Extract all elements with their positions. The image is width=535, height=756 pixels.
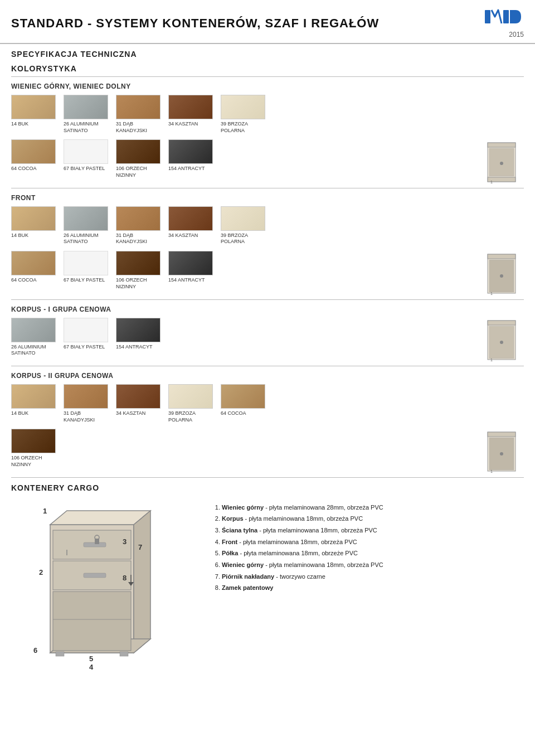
cargo-title: KONTENERY CARGO bbox=[11, 483, 524, 492]
swatch-color bbox=[116, 139, 160, 164]
cargo-spec-7: Piórnik nakładany - tworzywo czarne bbox=[222, 571, 524, 582]
swatch-label: 39 BRZOZAPOLARNA bbox=[168, 410, 196, 423]
logo-mdd: mdd bbox=[485, 8, 524, 30]
swatch-label: 34 KASZTAN bbox=[168, 121, 198, 128]
svg-text:1: 1 bbox=[490, 358, 493, 362]
front-swatches: 14 BUK 26 ALUMINIUMSATINATO 31 DĄBKANADY… bbox=[11, 206, 265, 296]
swatch-color bbox=[11, 139, 56, 164]
svg-marker-25 bbox=[50, 511, 150, 525]
swatch-label: 64 COCOA bbox=[11, 166, 37, 172]
svg-text:8: 8 bbox=[123, 574, 127, 582]
front-section: 14 BUK 26 ALUMINIUMSATINATO 31 DĄBKANADY… bbox=[11, 206, 524, 296]
swatch-label: 34 KASZTAN bbox=[116, 410, 145, 417]
swatch-color bbox=[221, 206, 265, 231]
swatch-label: 106 ORZECHNIZINNY bbox=[116, 166, 147, 178]
cargo-spec-3: Ściana tylna - płyta melaminowana 18mm, … bbox=[222, 525, 524, 536]
swatch-color bbox=[168, 139, 213, 164]
swatch-label: 67 BIAŁY PASTEL bbox=[64, 344, 105, 351]
cargo-illustration: 1 2 3 7 8 4 5 6 bbox=[11, 497, 189, 675]
swatch-14buk-w1: 14 BUK bbox=[11, 95, 56, 128]
svg-rect-15 bbox=[488, 321, 515, 325]
swatch-color bbox=[11, 95, 56, 119]
swatch-34k-f: 34 KASZTAN bbox=[168, 206, 213, 239]
svg-text:3: 3 bbox=[123, 537, 127, 546]
svg-rect-10 bbox=[488, 254, 515, 259]
swatch-31dab-k2: 31 DĄBKANADYJSKI bbox=[64, 384, 108, 423]
cargo-specs: Wieniec górny - płyta melaminowana 28mm,… bbox=[212, 497, 524, 595]
cabinet-korpus2: 1 bbox=[485, 429, 518, 474]
spec-title: SPECYFIKACJA TECHNICZNA bbox=[11, 50, 524, 59]
swatch-color bbox=[64, 95, 108, 119]
swatch-14buk-f: 14 BUK bbox=[11, 206, 56, 239]
swatch-label: 64 COCOA bbox=[11, 277, 37, 284]
cabinet-korpus1: 1 bbox=[485, 318, 518, 362]
swatch-34k-w1: 34 KASZTAN bbox=[168, 95, 213, 128]
svg-text:5: 5 bbox=[89, 655, 93, 663]
svg-rect-0 bbox=[485, 10, 490, 23]
swatch-color bbox=[11, 429, 56, 453]
cargo-spec-2: Korpus - płyta melaminowana 18mm, obrzeż… bbox=[222, 513, 524, 524]
swatch-label: 106 ORZECHNIZINNY bbox=[11, 455, 42, 468]
swatch-39brz-k2: 39 BRZOZAPOLARNA bbox=[168, 384, 213, 423]
svg-rect-33 bbox=[53, 592, 131, 651]
svg-text:6: 6 bbox=[33, 646, 37, 655]
swatch-154ant-w1: 154 ANTRACYT bbox=[168, 139, 213, 172]
svg-text:7: 7 bbox=[138, 543, 142, 551]
swatch-label: 31 DĄBKANADYJSKI bbox=[116, 121, 147, 134]
cargo-spec-1: Wieniec górny - płyta melaminowana 28mm,… bbox=[222, 502, 524, 513]
cargo-spec-5: Półka - płyta melaminowana 18mm, obrzeże… bbox=[222, 548, 524, 559]
korpus1-section: 26 ALUMINIUMSATINATO 67 BIAŁY PASTEL 154… bbox=[11, 318, 524, 362]
swatch-color bbox=[64, 384, 108, 409]
swatch-color bbox=[116, 384, 160, 409]
swatch-label: 154 ANTRACYT bbox=[168, 277, 205, 284]
swatch-106orz-k2: 106 ORZECHNIZINNY bbox=[11, 429, 56, 468]
swatch-color bbox=[116, 318, 160, 342]
svg-text:1: 1 bbox=[490, 292, 493, 295]
korpus1-row: 26 ALUMINIUMSATINATO 67 BIAŁY PASTEL 154… bbox=[11, 318, 160, 357]
svg-text:1: 1 bbox=[490, 469, 493, 473]
page-content: SPECYFIKACJA TECHNICZNA KOLORYSTYKA WIEN… bbox=[0, 50, 535, 686]
front-row1: 14 BUK 26 ALUMINIUMSATINATO 31 DĄBKANADY… bbox=[11, 206, 265, 245]
section-front: FRONT bbox=[11, 194, 524, 202]
swatch-label: 31 DĄBKANADYJSKI bbox=[64, 410, 95, 423]
swatch-label: 14 BUK bbox=[11, 121, 28, 128]
swatch-color bbox=[168, 95, 213, 119]
swatch-label: 39 BRZOZAPOLARNA bbox=[221, 232, 248, 245]
swatch-39brz-w1: 39 BRZOZAPOLARNA bbox=[221, 95, 265, 134]
swatch-color bbox=[221, 384, 265, 409]
swatch-color bbox=[116, 251, 160, 275]
swatch-label: 26 ALUMINIUMSATINATO bbox=[64, 121, 99, 134]
svg-rect-46 bbox=[120, 652, 128, 656]
swatch-26al-w1: 26 ALUMINIUMSATINATO bbox=[64, 95, 108, 134]
korpus2-section: 14 BUK 31 DĄBKANADYJSKI 34 KASZTAN 39 BR… bbox=[11, 384, 524, 474]
swatch-label: 67 BIAŁY PASTEL bbox=[64, 166, 105, 172]
swatch-label: 154 ANTRACYT bbox=[116, 344, 153, 351]
swatch-154ant-f: 154 ANTRACYT bbox=[168, 251, 213, 284]
svg-point-12 bbox=[500, 274, 503, 278]
logo-year: 2015 bbox=[509, 31, 524, 38]
swatch-label: 39 BRZOZAPOLARNA bbox=[221, 121, 248, 134]
svg-text:2: 2 bbox=[39, 568, 43, 576]
swatch-26al-f: 26 ALUMINIUMSATINATO bbox=[64, 206, 108, 245]
swatch-31dab-f: 31 DĄBKANADYJSKI bbox=[116, 206, 160, 245]
swatch-67bp-k1: 67 BIAŁY PASTEL bbox=[64, 318, 108, 351]
swatch-color bbox=[116, 206, 160, 231]
swatch-label: 106 ORZECHNIZINNY bbox=[116, 277, 147, 290]
cargo-spec-8: Zamek patentowy bbox=[222, 583, 524, 593]
swatch-31dab-w1: 31 DĄBKANADYJSKI bbox=[116, 95, 160, 134]
swatch-label: 64 COCOA bbox=[221, 410, 246, 417]
swatch-label: 34 KASZTAN bbox=[168, 232, 198, 239]
swatch-label: 14 BUK bbox=[11, 232, 28, 239]
korpus2-row1: 14 BUK 31 DĄBKANADYJSKI 34 KASZTAN 39 BR… bbox=[11, 384, 265, 423]
swatch-39brz-f: 39 BRZOZAPOLARNA bbox=[221, 206, 265, 245]
page-header: STANDARD - SYSTEMY KONTENERÓW, SZAF I RE… bbox=[0, 0, 535, 44]
swatch-color bbox=[168, 384, 213, 409]
cargo-section: 1 2 3 7 8 4 5 6 bbox=[11, 497, 524, 675]
svg-text:1: 1 bbox=[43, 507, 47, 515]
swatch-154ant-k1: 154 ANTRACYT bbox=[116, 318, 160, 351]
section-korpus2: KORPUS - II GRUPA CENOWA bbox=[11, 372, 524, 380]
swatch-color bbox=[64, 206, 108, 231]
swatch-color bbox=[11, 384, 56, 409]
swatch-label: 26 ALUMINIUMSATINATO bbox=[64, 232, 99, 245]
svg-marker-26 bbox=[134, 511, 150, 653]
